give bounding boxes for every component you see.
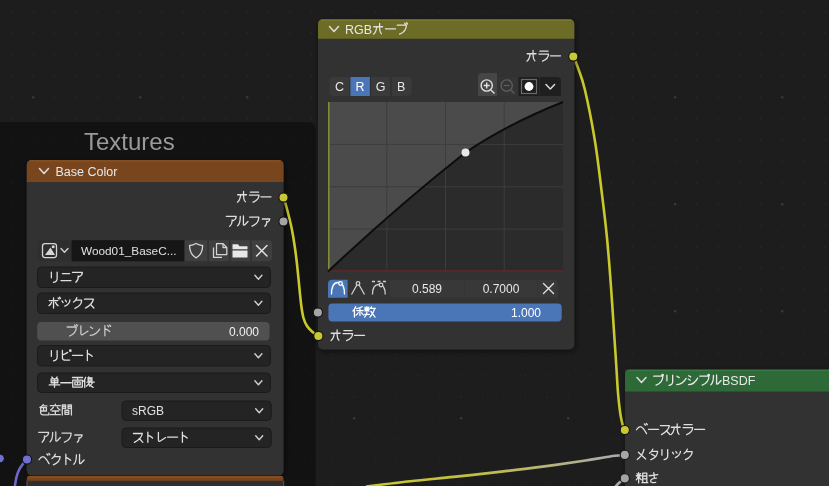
svg-text:C: C [335,80,344,94]
svg-text:G: G [376,80,386,94]
svg-text:Textures: Textures [84,128,175,155]
svg-text:0.589: 0.589 [412,282,442,296]
svg-text:Wood01_BaseC...: Wood01_BaseC... [81,244,177,258]
svg-text:0.000: 0.000 [229,325,259,339]
svg-text:Base Color: Base Color [56,165,118,179]
svg-text:BSDF: BSDF [722,374,756,388]
svg-text:1.000: 1.000 [511,306,541,320]
svg-text:0.7000: 0.7000 [483,282,520,296]
svg-text:sRGB: sRGB [132,404,164,418]
svg-text:RGB: RGB [345,23,372,37]
svg-text:B: B [397,80,405,94]
svg-text:R: R [356,80,365,94]
